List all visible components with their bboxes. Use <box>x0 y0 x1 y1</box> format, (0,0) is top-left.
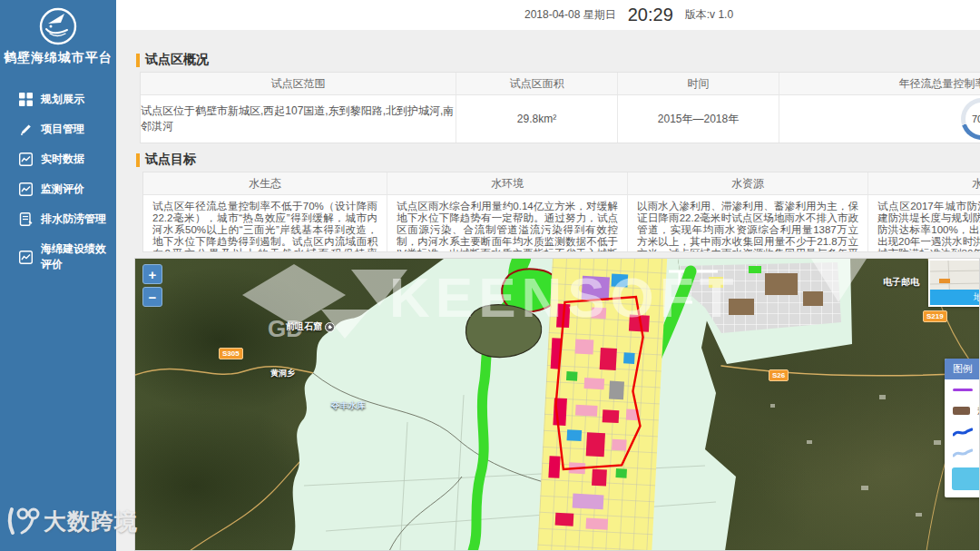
maptype-switcher[interactable]: 地图 <box>928 259 980 307</box>
cell-range: 试点区位于鹤壁市新城区,西起107国道,东到黎阳路,北到护城河,南邻淇河 <box>141 95 456 143</box>
sidebar-item-realtime-data[interactable]: 实时数据 <box>0 144 116 174</box>
goal-text-water-resources: 以雨水入渗利用、滞渗利用、蓄渗利用为主，保证日降雨22.2毫米时试点区场地雨水不… <box>627 195 867 251</box>
document-icon <box>19 212 33 226</box>
scenic-spot-icon <box>325 322 335 332</box>
goals-table: 水生态 水环境 水资源 水安全 试点区年径流总量控制率不低于70%（设计降雨22… <box>142 172 980 252</box>
sidebar-item-label: 规划展示 <box>41 92 84 107</box>
road-badge-s26: S26 <box>769 369 789 381</box>
goals-table-row: 试点区年径流总量控制率不低于70%（设计降雨22.2毫米），城市“热岛效应”得到… <box>143 195 980 251</box>
watermark-text: 大数跨境 <box>44 507 138 536</box>
sidebar-item-label: 监测评价 <box>41 182 84 197</box>
current-date: 2018-04-08 星期日 <box>524 7 616 23</box>
swan-logo-icon <box>37 5 79 47</box>
legend-item-brown: 规 <box>945 400 980 421</box>
goal-header-water-ecology: 水生态 <box>143 172 387 194</box>
app-logo <box>0 0 116 47</box>
sidebar-item-label: 项目管理 <box>41 122 84 137</box>
map-canvas[interactable]: GD KEENSOFT + − S305 S219 S26 前咀石窟 黄洞乡 夺… <box>134 258 980 551</box>
main-content: 试点区概况 试点区范围 试点区面积 时间 年径流总量控制率 试点区位于鹤壁市新城… <box>116 30 980 551</box>
col-header-time: 时间 <box>617 73 779 94</box>
col-header-runoff: 年径流总量控制率 <box>779 73 980 94</box>
brown-swatch-symbol <box>953 407 970 415</box>
light-blue-curve-symbol <box>953 448 973 458</box>
map-label-scenic: 前咀石窟 <box>286 320 335 333</box>
site-watermark: 大数跨境 <box>4 505 138 537</box>
cell-runoff: 70% <box>779 95 980 143</box>
legend-item-lightblue: 现 <box>945 442 980 463</box>
goal-header-water-safety: 水安全 <box>867 172 980 194</box>
version-label: 版本:v 1.0 <box>685 7 733 23</box>
sidebar-item-planning[interactable]: 规划展示 <box>0 84 116 114</box>
overview-section-title: 试点区概况 <box>136 52 209 68</box>
road-badge-s305: S305 <box>219 348 243 359</box>
legend-item-darkblue: 规 <box>945 421 980 442</box>
watermark-logo-icon <box>4 505 40 537</box>
watermark-main-text: KEENSOFT <box>389 266 740 329</box>
dark-blue-curve-symbol <box>953 427 973 438</box>
app-title: 鹤壁海绵城市平台 <box>0 50 116 66</box>
scenic-label-text: 前咀石窟 <box>286 320 322 333</box>
app-window: 鹤壁海绵城市平台 规划展示 项目管理 实时数据 监测评价 排水防涝管理 <box>0 0 980 551</box>
map-overlay-graphics: GD KEENSOFT <box>135 259 980 551</box>
col-header-area: 试点区面积 <box>456 73 617 94</box>
current-time: 20:29 <box>628 5 673 25</box>
map-label-town: 黄洞乡 <box>270 368 295 379</box>
overview-table: 试点区范围 试点区面积 时间 年径流总量控制率 试点区位于鹤壁市新城区,西起10… <box>140 72 980 143</box>
sidebar-item-label: 排水防涝管理 <box>41 212 106 227</box>
sidebar-menu: 规划展示 项目管理 实时数据 监测评价 排水防涝管理 海绵建设绩效评价 <box>0 84 116 280</box>
cell-time: 2015年—2018年 <box>617 95 779 143</box>
legend-item-purple: 规 <box>945 379 980 400</box>
zoom-out-button[interactable]: − <box>142 287 162 307</box>
chart-icon <box>19 182 33 196</box>
map-zoom-controls: + − <box>142 264 162 310</box>
cell-area: 29.8km² <box>456 95 617 143</box>
maptype-label[interactable]: 地图 <box>930 290 980 305</box>
sidebar-item-drainage[interactable]: 排水防涝管理 <box>0 204 116 234</box>
overview-table-row: 试点区位于鹤壁市新城区,西起107国道,东到黎阳路,北到护城河,南邻淇河 29.… <box>141 95 980 143</box>
goal-header-water-environment: 水环境 <box>387 172 627 194</box>
sidebar-item-monitoring[interactable]: 监测评价 <box>0 174 116 204</box>
runoff-progress-value: 70% <box>961 98 980 140</box>
col-header-range: 试点区范围 <box>141 73 456 94</box>
map-legend: 图例 规 规 规 现 回 <box>945 359 980 497</box>
sidebar-item-projects[interactable]: 项目管理 <box>0 114 116 144</box>
overview-table-header: 试点区范围 试点区面积 时间 年径流总量控制率 <box>141 73 980 95</box>
sidebar-item-performance[interactable]: 海绵建设绩效评价 <box>0 234 116 280</box>
pencil-icon <box>19 123 33 136</box>
grid-icon <box>19 93 33 106</box>
goals-section-title: 试点目标 <box>136 152 196 168</box>
map-label-reservoir: 夺丰水库 <box>331 400 366 412</box>
goal-text-water-safety: 试点区2017年城市防洪标准达到50年一遇，已建防洪堤长度与规划防洪堤总长度的比… <box>867 195 980 251</box>
goals-table-header: 水生态 水环境 水资源 水安全 <box>143 172 980 195</box>
runoff-progress-ring: 70% <box>961 98 980 140</box>
sidebar-item-label: 实时数据 <box>41 152 84 167</box>
map-label-northeast: 电子邮电 <box>883 276 919 289</box>
goal-text-water-environment: 试点区雨水综合利用量约0.14亿立方米，对缓解地下水位下降趋势有一定帮助。通过努… <box>387 195 627 251</box>
goal-header-water-resources: 水资源 <box>627 172 867 194</box>
zoom-in-button[interactable]: + <box>142 264 162 284</box>
sidebar: 鹤壁海绵城市平台 规划展示 项目管理 实时数据 监测评价 排水防涝管理 <box>0 0 116 551</box>
purple-line-symbol <box>953 389 973 391</box>
legend-title: 图例 <box>945 359 980 379</box>
road-badge-s219: S219 <box>923 310 947 322</box>
goal-text-water-ecology: 试点区年径流总量控制率不低于70%（设计降雨22.2毫米），城市“热岛效应”得到… <box>143 195 387 251</box>
chart-icon <box>19 153 33 166</box>
legend-action-button[interactable]: 回 <box>952 467 980 490</box>
chart-icon <box>19 251 33 264</box>
sidebar-item-label: 海绵建设绩效评价 <box>41 241 113 272</box>
topbar: 2018-04-08 星期日 20:29 版本:v 1.0 <box>116 0 980 30</box>
